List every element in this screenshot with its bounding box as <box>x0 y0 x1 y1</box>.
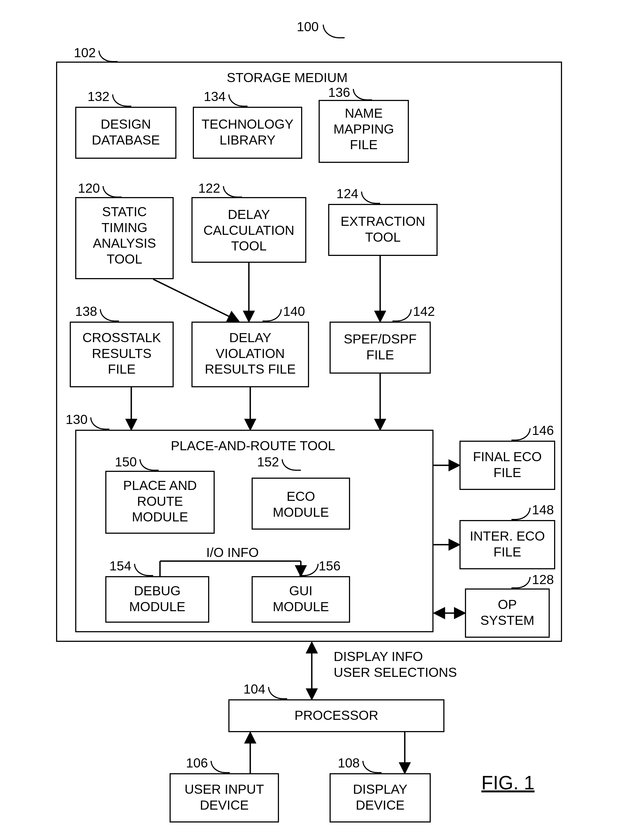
label-display-info: DISPLAY INFO USER SELECTIONS <box>334 649 457 680</box>
label-processor: PROCESSOR <box>228 707 444 723</box>
label-place-route-tool-title: PLACE-AND-ROUTE TOOL <box>130 438 376 454</box>
diagram-canvas: 100 102 STORAGE MEDIUM DESIGN DATABASE 1… <box>0 0 617 840</box>
label-user-input-device: USER INPUT DEVICE <box>170 781 279 813</box>
label-place-route-module: PLACE AND ROUTE MODULE <box>105 478 215 525</box>
ref-104: 104 <box>244 682 265 697</box>
label-extraction-tool: EXTRACTION TOOL <box>328 213 438 245</box>
label-io-info: I/O INFO <box>192 545 273 560</box>
ref-150: 150 <box>115 454 137 469</box>
ref-100: 100 <box>297 19 319 34</box>
label-final-eco-file: FINAL ECO FILE <box>459 449 555 481</box>
ref-140: 140 <box>283 304 305 319</box>
ref-124: 124 <box>337 186 358 201</box>
label-display-device: DISPLAY DEVICE <box>329 781 431 813</box>
label-storage-medium: STORAGE MEDIUM <box>192 70 383 86</box>
ref-136: 136 <box>328 85 350 100</box>
hook-100 <box>323 25 345 38</box>
label-crosstalk-results: CROSSTALK RESULTS FILE <box>70 330 174 377</box>
label-spef-dspf: SPEF/DSPF FILE <box>329 331 431 363</box>
ref-120: 120 <box>78 180 100 196</box>
label-delay-calc-tool: DELAY CALCULATION TOOL <box>192 207 306 254</box>
label-design-database: DESIGN DATABASE <box>75 116 176 148</box>
ref-102: 102 <box>74 45 96 60</box>
ref-148: 148 <box>532 502 554 517</box>
label-gui-module: GUI MODULE <box>252 583 350 614</box>
label-static-timing-tool: STATIC TIMING ANALYSIS TOOL <box>75 204 174 267</box>
label-delay-violation-results: DELAY VIOLATION RESULTS FILE <box>192 330 309 377</box>
label-name-mapping-file: NAME MAPPING FILE <box>319 105 409 153</box>
hook-102 <box>99 51 118 62</box>
ref-154: 154 <box>109 558 131 574</box>
label-op-system: OP SYSTEM <box>465 597 550 628</box>
ref-106: 106 <box>186 756 208 770</box>
hook-108 <box>362 761 382 773</box>
hook-106 <box>211 761 230 773</box>
label-inter-eco-file: INTER. ECO FILE <box>459 528 555 560</box>
ref-132: 132 <box>87 89 109 104</box>
ref-138: 138 <box>75 304 97 319</box>
ref-122: 122 <box>198 180 220 196</box>
label-technology-library: TECHNOLOGY LIBRARY <box>193 116 302 148</box>
hook-104 <box>268 687 287 700</box>
ref-130: 130 <box>66 412 87 427</box>
ref-108: 108 <box>338 756 360 770</box>
ref-152: 152 <box>257 454 279 469</box>
ref-146: 146 <box>532 423 554 438</box>
ref-128: 128 <box>532 572 554 587</box>
ref-134: 134 <box>204 89 226 104</box>
ref-142: 142 <box>413 304 435 319</box>
label-eco-module: ECO MODULE <box>252 488 350 520</box>
label-debug-module: DEBUG MODULE <box>105 583 209 614</box>
ref-156: 156 <box>319 558 341 574</box>
label-fig1: FIG. 1 <box>481 772 534 794</box>
